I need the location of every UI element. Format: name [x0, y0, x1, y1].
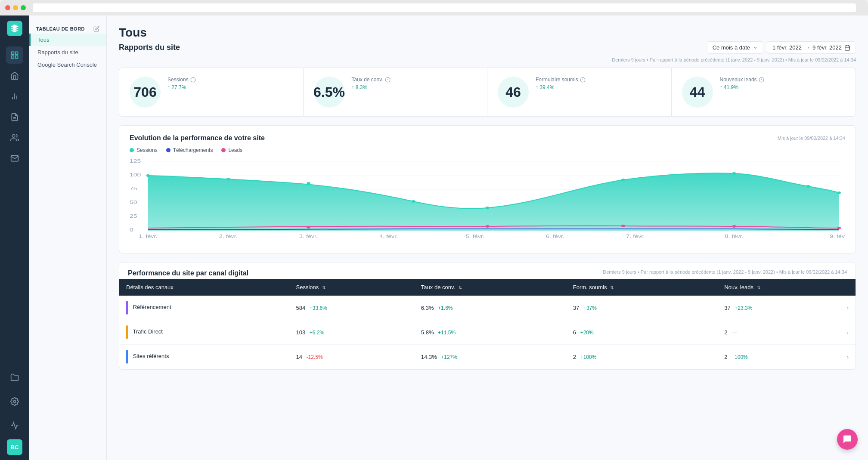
dashboard-icon [10, 51, 19, 59]
row-arrow-ref: › [847, 305, 849, 311]
row-arrow-direct: › [847, 329, 849, 336]
cell-channel-direct: Trafic Direct [119, 320, 289, 345]
sessions-change-sites: -12.5% [307, 354, 323, 360]
sort-leads: ⇅ [757, 285, 760, 290]
svg-text:4. févr.: 4. févr. [379, 234, 398, 239]
section-subtitle: Rapports du site [119, 43, 180, 52]
avatar[interactable]: BC [7, 439, 22, 455]
sidebar-item-settings[interactable] [6, 393, 23, 410]
minimize-button[interactable] [13, 5, 18, 10]
sidebar-item-home[interactable] [6, 67, 23, 84]
chart-section: Evolution de la performance de votre sit… [119, 125, 856, 253]
sidebar-item-document[interactable] [6, 108, 23, 126]
kpi-change-formulaire: 39.4% [536, 84, 586, 90]
sidebar-item-dashboard[interactable] [6, 46, 23, 64]
sidebar-item-analytics[interactable] [6, 417, 23, 434]
kpi-label-formulaire: Formulaire soumis [536, 77, 586, 83]
kpi-info-taux: Taux de conv. 8.3% [352, 77, 391, 90]
mail-icon [10, 154, 19, 163]
col-channel: Détails des canaux [119, 279, 289, 296]
document-icon [10, 113, 19, 121]
legend-dot-leads [221, 148, 226, 152]
col-sessions[interactable]: Sessions ⇅ [289, 279, 414, 296]
table-row[interactable]: Référencement 584 +33.6% 6.3% +1.6% 37 [119, 296, 856, 320]
svg-text:9. févr.: 9. févr. [830, 234, 845, 239]
sessions-change-direct: +6.2% [310, 330, 324, 336]
svg-text:7. févr.: 7. févr. [626, 234, 645, 239]
col-form[interactable]: Form. soumis ⇅ [566, 279, 717, 296]
page-title: Tous [119, 26, 856, 40]
col-leads[interactable]: Nouv. leads ⇅ [717, 279, 856, 296]
calendar-icon[interactable] [844, 45, 850, 51]
col-taux[interactable]: Taux de conv. ⇅ [414, 279, 566, 296]
url-bar[interactable] [33, 3, 856, 12]
cell-leads-direct: 2 — › [717, 320, 856, 345]
chart-updated: Mis à jour le 09/02/2022 à 14:34 [778, 136, 845, 141]
leads-change-sites: +100% [732, 354, 748, 360]
kpi-change-taux: 8.3% [352, 84, 391, 90]
chevron-down-icon [753, 45, 758, 50]
leads-point [486, 225, 490, 228]
nav-item-google[interactable]: Google Search Console [29, 59, 106, 71]
svg-text:2. févr.: 2. févr. [219, 234, 238, 239]
kpi-value-leads: 44 [690, 84, 705, 100]
section-header: Rapports du site Ce mois à date 1 févr. … [119, 41, 856, 54]
table-title-row: Performance du site par canal digital De… [119, 262, 856, 279]
cell-leads-sites: 2 +100% › [717, 345, 856, 369]
chat-button[interactable] [837, 429, 858, 450]
nav-edit-icon[interactable] [93, 26, 99, 32]
kpi-row: 706 Sessions 27.7% 6.5% Taux de conv. [119, 68, 856, 117]
kpi-bubble-formulaire: 46 [498, 77, 529, 108]
form-change-ref: +37% [583, 305, 597, 311]
table-header-row: Détails des canaux Sessions ⇅ Taux de co… [119, 279, 856, 296]
sidebar-item-mail[interactable] [6, 150, 23, 167]
main-content: Tous Rapports du site Ce mois à date 1 f… [107, 15, 868, 460]
channel-color-sites [126, 350, 128, 364]
cell-sessions-ref: 584 +33.6% [289, 296, 414, 320]
sort-form: ⇅ [610, 285, 614, 290]
nav-item-tous[interactable]: Tous [29, 34, 106, 46]
nav-item-rapports[interactable]: Rapports du site [29, 46, 106, 59]
table-row[interactable]: Sites référents 14 -12.5% 14.3% +127% 2 [119, 345, 856, 369]
svg-point-10 [14, 401, 16, 403]
legend-dot-telechargements [166, 148, 170, 152]
leads-point [307, 226, 310, 228]
chart-title: Evolution de la performance de votre sit… [130, 134, 265, 142]
logo-icon [10, 24, 19, 33]
period-dropdown[interactable]: Ce mois à date [707, 41, 763, 54]
close-button[interactable] [5, 5, 10, 10]
leads-point [621, 225, 625, 227]
sidebar-item-chart[interactable] [6, 88, 23, 105]
sidebar-logo[interactable] [7, 21, 22, 36]
form-change-sites: +100% [580, 354, 597, 360]
kpi-value-formulaire: 46 [505, 84, 521, 100]
taux-change-sites: +127% [441, 354, 457, 360]
chart-point [806, 185, 810, 188]
table-info: Derniers 9 jours • Par rapport à la péri… [603, 269, 847, 275]
window-chrome [0, 0, 868, 15]
kpi-info-sessions: Sessions 27.7% [167, 77, 196, 90]
kpi-info-leads: Nouveaux leads 41.9% [720, 77, 764, 90]
legend-telechargements: Téléchargements [166, 147, 213, 153]
leads-point [732, 225, 736, 228]
maximize-button[interactable] [21, 5, 26, 10]
chart-legend: Sessions Téléchargements Leads [130, 147, 845, 153]
svg-text:5. févr.: 5. févr. [466, 234, 484, 239]
row-arrow-sites: › [847, 354, 849, 360]
sidebar-item-users[interactable] [6, 129, 23, 146]
traffic-lights [5, 5, 26, 10]
sort-taux: ⇅ [459, 285, 462, 290]
cell-sessions-direct: 103 +6.2% [289, 320, 414, 345]
telechargements-line [148, 229, 839, 229]
chart-point [621, 179, 625, 181]
legend-leads: Leads [221, 147, 242, 153]
svg-rect-3 [12, 56, 14, 59]
settings-icon [10, 397, 19, 406]
chart-point [732, 172, 736, 175]
leads-change-direct: — [732, 330, 737, 336]
svg-text:8. févr.: 8. févr. [725, 234, 744, 239]
performance-table-section: Performance du site par canal digital De… [119, 262, 856, 370]
sidebar-item-folder[interactable] [6, 369, 23, 386]
chart-icon [10, 92, 19, 101]
table-row[interactable]: Trafic Direct 103 +6.2% 5.8% +11.5% 6 [119, 320, 856, 345]
